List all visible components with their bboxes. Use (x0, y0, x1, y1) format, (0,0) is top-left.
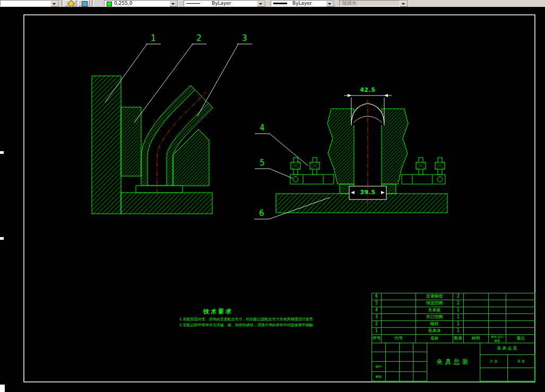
tb-cell (372, 342, 386, 352)
layer-previous-icon (82, 1, 88, 7)
linetype-value: ByLayer (212, 1, 231, 6)
header-weight-split: 单件 总计 (489, 335, 506, 339)
tb-cell (386, 362, 400, 372)
tb-cell (508, 368, 535, 381)
part-weight (489, 293, 507, 300)
part-name: 支承板 (416, 307, 453, 314)
header-code: 代号 (382, 335, 417, 343)
balloon-label: 4 (255, 123, 270, 133)
toolbar-separator (62, 0, 64, 6)
spherical-washer (437, 177, 443, 182)
corner-artifact (0, 385, 5, 392)
color-swatch-icon (107, 2, 112, 6)
title-block-right: 夹具总装 共 张 第 张 (480, 342, 535, 381)
header-qty: 数量 (453, 335, 464, 343)
part-no: 5 (372, 300, 382, 307)
balloon-label: 1 (146, 33, 161, 43)
tb-cell (480, 368, 507, 381)
part-qty: 1 (453, 321, 464, 328)
tb-cell (413, 342, 427, 352)
tech-requirements: 1.装配前应对零、部件的主要配合尺寸，特别是过盈配合尺寸及相关精度进行复查. 2… (179, 317, 323, 328)
title-block: 设计 审核 夹具总装 夹具总装 共 张 第 张 (371, 342, 535, 382)
dimension-bottom: 39.5 (353, 189, 383, 196)
part-material (464, 314, 489, 321)
toolbar-separator (92, 0, 94, 6)
tb-cell (386, 372, 400, 382)
part-no: 3 (372, 314, 382, 321)
part-weight (489, 307, 507, 314)
part-weight (489, 314, 507, 321)
plotstyle-value: 随颜色 (342, 1, 357, 6)
part-material (464, 300, 489, 307)
sheet-total-cell: 共 张 (480, 355, 507, 368)
balloon-label: 3 (237, 33, 252, 43)
part-remark (506, 321, 535, 328)
header-name: 名称 (416, 335, 453, 343)
tb-cell (400, 352, 413, 362)
parts-row: 2 螺杆 1 (372, 321, 535, 328)
part-remark (506, 300, 535, 307)
part-name: 球面垫圈 (416, 300, 453, 307)
layer-combo[interactable] (0, 0, 59, 6)
tech-req-line: 2.装配过程中零件不允许磕、碰、划伤和锈蚀，清洗干净的零件不得直接用手接触. (179, 323, 323, 328)
part-remark (506, 314, 535, 321)
balloon-label: 5 (255, 158, 270, 168)
chevron-down-icon[interactable] (257, 1, 265, 7)
part-no: 4 (372, 307, 382, 314)
part-remark (506, 293, 535, 300)
layers-icon (67, 0, 75, 7)
parts-row: 4 支承板 1 (372, 307, 535, 314)
title-block-main-title: 夹具总装 (427, 342, 480, 381)
tb-cell (400, 362, 413, 372)
chevron-down-icon[interactable] (326, 1, 334, 7)
lineweight-sample-icon (273, 3, 287, 4)
application-window: { "toolbar": { "color_value": "0,255,0",… (0, 0, 545, 392)
tech-req-line: 1.装配前应对零、部件的主要配合尺寸，特别是过盈配合尺寸及相关精度进行复查. (179, 317, 323, 323)
title-block-sub-title: 夹具总装 (480, 342, 535, 355)
part-weight (489, 328, 507, 335)
tb-cell: 审核 (372, 372, 386, 382)
tb-cell (400, 342, 413, 352)
header-material: 材料 (464, 335, 489, 343)
tb-cell (400, 372, 413, 382)
layer-previous-button[interactable] (78, 0, 90, 6)
chevron-down-icon[interactable] (50, 1, 59, 7)
chevron-down-icon[interactable] (169, 1, 178, 7)
part-name: 螺杆 (416, 321, 453, 328)
left-section-view (92, 76, 213, 214)
part-no: 1 (372, 328, 382, 335)
lineweight-combo[interactable]: ByLayer (271, 0, 335, 6)
part-qty: 2 (453, 293, 464, 300)
color-combo[interactable]: 0,255,0 (104, 0, 178, 6)
tb-cell (413, 352, 427, 362)
header-no: 序号 (372, 335, 382, 343)
title-block-signature-grid: 设计 审核 (372, 342, 427, 381)
part-material (464, 328, 489, 335)
color-value: 0,255,0 (114, 1, 132, 6)
part-no: 2 (372, 321, 382, 328)
header-weight: 单件 总计 重量 (489, 335, 507, 343)
part-remark (506, 328, 535, 335)
parts-row: 1 夹具体 1 (372, 328, 535, 335)
parts-row: 5 球面垫圈 2 (372, 300, 535, 307)
part-qty: 1 (453, 307, 464, 314)
part-qty: 1 (453, 314, 464, 321)
part-qty: 1 (453, 328, 464, 335)
plotstyle-combo: 随颜色 (339, 0, 409, 6)
header-remark: 备注 (506, 335, 535, 343)
part-material (464, 307, 489, 314)
make-layer-current-button[interactable] (65, 0, 76, 6)
part-code (382, 321, 417, 328)
part-qty: 2 (453, 300, 464, 307)
lineweight-value: ByLayer (292, 1, 312, 6)
tb-cell (372, 352, 386, 362)
parts-list-table: 6 压紧螺母 2 5 球面垫圈 2 4 支承板 1 3 开口垫圈 1 2 螺杆 (371, 293, 535, 343)
edge-artifact (0, 237, 4, 240)
linetype-combo[interactable]: ByLayer (184, 0, 266, 6)
part-code (382, 328, 417, 335)
part-name: 开口垫圈 (416, 314, 453, 321)
part-weight (489, 321, 507, 328)
tech-req-title: 技术要求 (178, 308, 258, 316)
part-material (464, 321, 489, 328)
part-material (464, 293, 489, 300)
